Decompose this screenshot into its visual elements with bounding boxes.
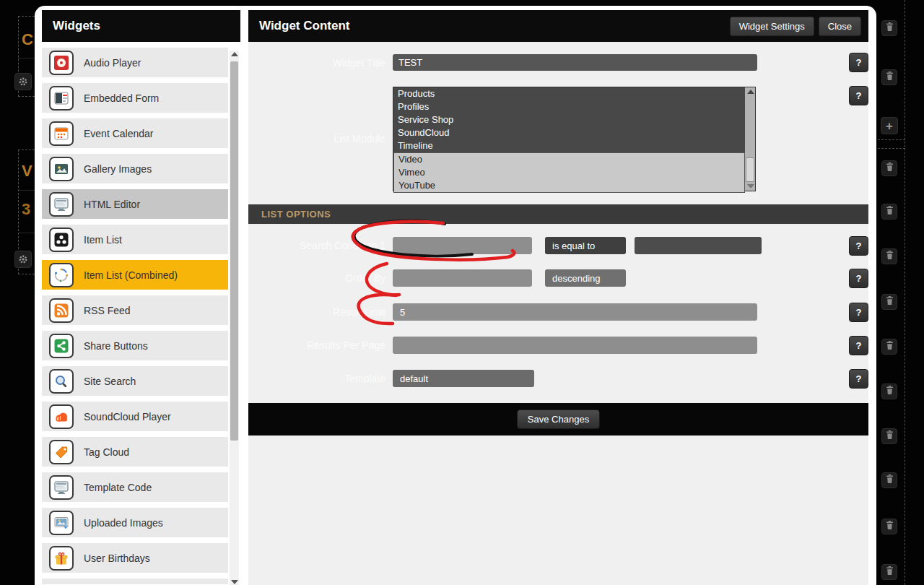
trash-icon bbox=[885, 474, 894, 487]
gallery-images-icon bbox=[49, 157, 74, 181]
template-label: Template bbox=[248, 370, 385, 387]
help-button[interactable]: ? bbox=[849, 369, 868, 389]
scrollbar-thumb[interactable] bbox=[230, 61, 238, 441]
list-options-section: LIST OPTIONS bbox=[248, 204, 868, 224]
trash-button[interactable] bbox=[881, 160, 897, 176]
tag-cloud-icon bbox=[49, 440, 74, 464]
sidebar-item-label: Item List (Combined) bbox=[84, 269, 178, 281]
widget-settings-button[interactable]: Widget Settings bbox=[730, 17, 814, 36]
order-direction-select[interactable]: descending bbox=[545, 269, 626, 287]
list-module-listbox[interactable]: ProductsProfilesService ShopSoundCloudTi… bbox=[393, 87, 756, 191]
sidebar-item-site-search[interactable]: Site Search bbox=[42, 366, 228, 396]
listbox-option-profiles[interactable]: Profiles bbox=[393, 100, 755, 113]
order-by-label: Order By bbox=[248, 269, 385, 287]
sidebar-item-gallery-images[interactable]: Gallery Images bbox=[42, 154, 228, 183]
trash-icon bbox=[885, 162, 894, 175]
gear-button[interactable] bbox=[14, 73, 32, 90]
add-widget-button[interactable]: + bbox=[881, 117, 898, 134]
sidebar-item-label: Share Buttons bbox=[84, 340, 148, 352]
sidebar-item-embedded-form[interactable]: Embedded Form bbox=[42, 83, 228, 113]
scroll-down-icon[interactable] bbox=[230, 580, 238, 584]
sidebar-item-tag-cloud[interactable]: Tag Cloud bbox=[42, 437, 228, 467]
listbox-options: ProductsProfilesService ShopSoundCloudTi… bbox=[393, 87, 755, 152]
trash-button[interactable] bbox=[881, 384, 897, 399]
listbox-option-youtube[interactable]: YouTube bbox=[394, 179, 744, 192]
close-button[interactable]: Close bbox=[819, 17, 861, 36]
listbox-option-soundcloud[interactable]: SoundCloud bbox=[393, 126, 755, 139]
page-title: Widget Content bbox=[248, 19, 349, 33]
sidebar-item-partial[interactable] bbox=[42, 578, 228, 584]
listbox-option-products[interactable]: Products bbox=[393, 87, 755, 100]
trash-button[interactable] bbox=[881, 428, 897, 444]
search-field-select[interactable] bbox=[393, 237, 532, 254]
scrollbar-thumb[interactable] bbox=[746, 157, 754, 182]
trash-button[interactable] bbox=[881, 69, 897, 85]
item-list-combined-icon bbox=[49, 263, 74, 287]
listbox-option-service-shop[interactable]: Service Shop bbox=[393, 113, 755, 126]
scroll-up-icon[interactable] bbox=[746, 90, 754, 94]
result-limit-select[interactable]: 5 bbox=[393, 303, 757, 321]
sidebar-item-label: SoundCloud Player bbox=[84, 411, 171, 422]
sidebar-item-label: Gallery Images bbox=[84, 163, 152, 175]
search-operator-select[interactable]: is equal to bbox=[545, 237, 626, 254]
scroll-up-icon[interactable] bbox=[230, 52, 238, 56]
help-button[interactable]: ? bbox=[849, 303, 868, 322]
section-title: LIST OPTIONS bbox=[248, 209, 331, 220]
trash-button[interactable] bbox=[881, 248, 897, 264]
bg-widget-count: 3 bbox=[22, 200, 30, 219]
trash-button[interactable] bbox=[881, 519, 897, 534]
gear-icon bbox=[18, 254, 28, 264]
help-button[interactable]: ? bbox=[849, 269, 868, 288]
dashed-guide bbox=[905, 0, 905, 585]
widget-content-panel: Widget Content Widget Settings Close Wid… bbox=[248, 10, 868, 585]
widget-title-input[interactable]: TEST bbox=[393, 54, 757, 71]
help-button[interactable]: ? bbox=[849, 336, 868, 355]
sidebar-item-audio-player[interactable]: Audio Player bbox=[42, 48, 228, 77]
soundcloud-player-icon bbox=[49, 404, 74, 429]
listbox-option-video[interactable]: Video bbox=[394, 153, 744, 166]
sidebar-item-label: RSS Feed bbox=[84, 305, 131, 316]
widget-editor-modal: Widgets Audio PlayerEmbedded FormEvent C… bbox=[35, 6, 876, 585]
widgets-sidebar: Widgets Audio PlayerEmbedded FormEvent C… bbox=[42, 10, 240, 585]
trash-button[interactable] bbox=[881, 339, 897, 355]
sidebar-item-item-list[interactable]: Item List bbox=[42, 225, 228, 254]
user-birthdays-icon bbox=[49, 546, 74, 571]
sidebar-item-template-code[interactable]: Template Code bbox=[42, 472, 228, 502]
sidebar-item-item-list-combined[interactable]: Item List (Combined) bbox=[42, 260, 228, 290]
sidebar-item-share-buttons[interactable]: Share Buttons bbox=[42, 331, 228, 360]
sidebar-item-uploaded-images[interactable]: Uploaded Images bbox=[42, 508, 228, 537]
gear-button[interactable] bbox=[14, 251, 32, 268]
sidebar-scrollbar[interactable] bbox=[230, 51, 239, 585]
sidebar-item-soundcloud-player[interactable]: SoundCloud Player bbox=[42, 402, 228, 431]
template-select[interactable]: default bbox=[393, 370, 534, 387]
results-per-page-select[interactable] bbox=[393, 337, 757, 354]
main-header: Widget Content Widget Settings Close bbox=[248, 10, 868, 42]
listbox-selected-options: VideoVimeoYouTube bbox=[393, 152, 745, 193]
listbox-scrollbar[interactable] bbox=[745, 87, 755, 191]
listbox-option-timeline[interactable]: Timeline bbox=[393, 139, 755, 152]
event-calendar-icon bbox=[49, 121, 74, 146]
sidebar-item-rss-feed[interactable]: RSS Feed bbox=[42, 295, 228, 325]
audio-player-icon bbox=[49, 51, 74, 75]
sidebar-item-user-birthdays[interactable]: User Birthdays bbox=[42, 543, 228, 573]
search-value-input[interactable] bbox=[635, 237, 762, 254]
help-button[interactable]: ? bbox=[849, 86, 868, 105]
trash-icon bbox=[885, 22, 894, 35]
trash-button[interactable] bbox=[881, 204, 897, 220]
trash-button[interactable] bbox=[881, 472, 897, 488]
sidebar-header: Widgets bbox=[42, 10, 240, 42]
order-field-select[interactable] bbox=[393, 269, 532, 287]
help-button[interactable]: ? bbox=[849, 53, 868, 72]
sidebar-item-event-calendar[interactable]: Event Calendar bbox=[42, 118, 228, 148]
trash-button[interactable] bbox=[881, 294, 897, 310]
trash-button[interactable] bbox=[881, 564, 897, 580]
trash-icon bbox=[885, 205, 894, 218]
trash-button[interactable] bbox=[881, 20, 897, 36]
sidebar-item-html-editor[interactable]: HTML Editor bbox=[42, 189, 228, 219]
save-changes-button[interactable]: Save Changes bbox=[517, 410, 600, 429]
listbox-option-vimeo[interactable]: Vimeo bbox=[394, 166, 744, 179]
help-button[interactable]: ? bbox=[849, 236, 868, 256]
bg-widget-title: C bbox=[22, 30, 33, 49]
scroll-down-icon[interactable] bbox=[746, 184, 754, 188]
html-editor-icon bbox=[49, 192, 74, 217]
